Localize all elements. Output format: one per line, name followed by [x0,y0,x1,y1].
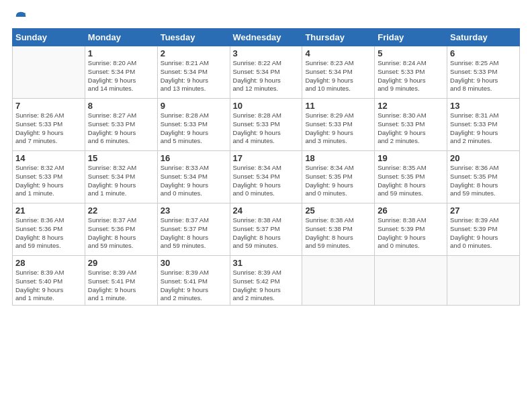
day-number: 31 [233,258,300,268]
day-info: Sunrise: 8:31 AM Sunset: 5:33 PM Dayligh… [450,111,517,146]
day-number: 29 [88,258,154,268]
day-number: 27 [450,205,517,216]
day-info: Sunrise: 8:28 AM Sunset: 5:33 PM Dayligh… [161,111,227,146]
day-number: 25 [305,205,371,216]
day-info: Sunrise: 8:35 AM Sunset: 5:35 PM Dayligh… [378,164,444,198]
calendar-cell: 22Sunrise: 8:37 AM Sunset: 5:36 PM Dayli… [85,203,157,256]
day-number: 2 [161,48,227,58]
day-info: Sunrise: 8:25 AM Sunset: 5:33 PM Dayligh… [450,59,517,93]
weekday-header-monday: Monday [85,29,157,46]
calendar-cell: 25Sunrise: 8:38 AM Sunset: 5:38 PM Dayli… [302,203,375,256]
calendar-cell: 4Sunrise: 8:23 AM Sunset: 5:34 PM Daylig… [302,46,375,99]
calendar-cell: 8Sunrise: 8:27 AM Sunset: 5:33 PM Daylig… [85,99,157,151]
calendar-cell: 20Sunrise: 8:36 AM Sunset: 5:35 PM Dayli… [447,151,520,203]
day-info: Sunrise: 8:32 AM Sunset: 5:33 PM Dayligh… [15,164,82,198]
day-info: Sunrise: 8:33 AM Sunset: 5:34 PM Dayligh… [161,164,227,198]
logo [12,9,28,24]
day-info: Sunrise: 8:29 AM Sunset: 5:33 PM Dayligh… [305,111,371,146]
day-info: Sunrise: 8:21 AM Sunset: 5:34 PM Dayligh… [161,59,227,93]
day-number: 10 [233,101,300,111]
day-number: 24 [233,205,300,216]
day-info: Sunrise: 8:36 AM Sunset: 5:35 PM Dayligh… [450,164,517,198]
weekday-header-row: SundayMondayTuesdayWednesdayThursdayFrid… [13,29,520,46]
weekday-header-saturday: Saturday [447,29,520,46]
day-number: 19 [378,153,444,163]
day-number: 8 [88,101,154,111]
day-number: 21 [15,205,82,216]
calendar-cell [447,256,520,306]
calendar-cell: 27Sunrise: 8:39 AM Sunset: 5:39 PM Dayli… [447,203,520,256]
weekday-header-wednesday: Wednesday [230,29,302,46]
day-info: Sunrise: 8:28 AM Sunset: 5:33 PM Dayligh… [233,111,300,146]
day-info: Sunrise: 8:37 AM Sunset: 5:37 PM Dayligh… [161,216,227,250]
day-info: Sunrise: 8:38 AM Sunset: 5:38 PM Dayligh… [305,216,371,250]
calendar-cell: 28Sunrise: 8:39 AM Sunset: 5:40 PM Dayli… [13,256,85,306]
day-number: 11 [305,101,371,111]
calendar-cell: 31Sunrise: 8:39 AM Sunset: 5:42 PM Dayli… [230,256,302,306]
day-number: 28 [15,258,82,268]
day-number: 5 [378,48,444,58]
day-info: Sunrise: 8:38 AM Sunset: 5:37 PM Dayligh… [233,216,300,250]
calendar-cell: 5Sunrise: 8:24 AM Sunset: 5:33 PM Daylig… [375,46,447,99]
calendar-cell: 23Sunrise: 8:37 AM Sunset: 5:37 PM Dayli… [157,203,230,256]
calendar-week-row-5: 28Sunrise: 8:39 AM Sunset: 5:40 PM Dayli… [13,256,520,306]
calendar-cell: 11Sunrise: 8:29 AM Sunset: 5:33 PM Dayli… [302,99,375,151]
day-number: 17 [233,153,300,163]
day-info: Sunrise: 8:39 AM Sunset: 5:41 PM Dayligh… [161,269,227,303]
calendar-cell: 29Sunrise: 8:39 AM Sunset: 5:41 PM Dayli… [85,256,157,306]
calendar-cell: 21Sunrise: 8:36 AM Sunset: 5:36 PM Dayli… [13,203,85,256]
calendar-week-row-3: 14Sunrise: 8:32 AM Sunset: 5:33 PM Dayli… [13,151,520,203]
day-number: 20 [450,153,517,163]
calendar-cell: 26Sunrise: 8:38 AM Sunset: 5:39 PM Dayli… [375,203,447,256]
day-info: Sunrise: 8:30 AM Sunset: 5:33 PM Dayligh… [378,111,444,146]
calendar-cell: 15Sunrise: 8:32 AM Sunset: 5:34 PM Dayli… [85,151,157,203]
day-info: Sunrise: 8:36 AM Sunset: 5:36 PM Dayligh… [15,216,82,250]
day-number: 26 [378,205,444,216]
day-info: Sunrise: 8:22 AM Sunset: 5:34 PM Dayligh… [233,59,300,93]
calendar-cell: 14Sunrise: 8:32 AM Sunset: 5:33 PM Dayli… [13,151,85,203]
day-info: Sunrise: 8:34 AM Sunset: 5:35 PM Dayligh… [305,164,371,198]
calendar-cell: 18Sunrise: 8:34 AM Sunset: 5:35 PM Dayli… [302,151,375,203]
calendar-cell: 24Sunrise: 8:38 AM Sunset: 5:37 PM Dayli… [230,203,302,256]
day-info: Sunrise: 8:34 AM Sunset: 5:34 PM Dayligh… [233,164,300,198]
calendar-cell: 13Sunrise: 8:31 AM Sunset: 5:33 PM Dayli… [447,99,520,151]
weekday-header-thursday: Thursday [302,29,375,46]
calendar-cell [375,256,447,306]
calendar-cell: 17Sunrise: 8:34 AM Sunset: 5:34 PM Dayli… [230,151,302,203]
page-container: SundayMondayTuesdayWednesdayThursdayFrid… [0,0,532,312]
day-info: Sunrise: 8:23 AM Sunset: 5:34 PM Dayligh… [305,59,371,93]
calendar-week-row-2: 7Sunrise: 8:26 AM Sunset: 5:33 PM Daylig… [13,99,520,151]
day-number: 18 [305,153,371,163]
calendar-week-row-4: 21Sunrise: 8:36 AM Sunset: 5:36 PM Dayli… [13,203,520,256]
calendar-cell: 9Sunrise: 8:28 AM Sunset: 5:33 PM Daylig… [157,99,230,151]
calendar-cell: 16Sunrise: 8:33 AM Sunset: 5:34 PM Dayli… [157,151,230,203]
day-number: 30 [161,258,227,268]
calendar-table: SundayMondayTuesdayWednesdayThursdayFrid… [12,28,520,306]
day-info: Sunrise: 8:39 AM Sunset: 5:40 PM Dayligh… [15,269,82,303]
weekday-header-tuesday: Tuesday [157,29,230,46]
calendar-cell [302,256,375,306]
day-info: Sunrise: 8:38 AM Sunset: 5:39 PM Dayligh… [378,216,444,250]
day-info: Sunrise: 8:39 AM Sunset: 5:42 PM Dayligh… [233,269,300,303]
day-info: Sunrise: 8:26 AM Sunset: 5:33 PM Dayligh… [15,111,82,146]
day-number: 13 [450,101,517,111]
day-number: 15 [88,153,154,163]
calendar-week-row-1: 1Sunrise: 8:20 AM Sunset: 5:34 PM Daylig… [13,46,520,99]
calendar-cell: 19Sunrise: 8:35 AM Sunset: 5:35 PM Dayli… [375,151,447,203]
day-number: 12 [378,101,444,111]
calendar-cell: 3Sunrise: 8:22 AM Sunset: 5:34 PM Daylig… [230,46,302,99]
day-number: 1 [88,48,154,58]
day-number: 23 [161,205,227,216]
day-info: Sunrise: 8:37 AM Sunset: 5:36 PM Dayligh… [88,216,154,250]
day-number: 9 [161,101,227,111]
day-number: 6 [450,48,517,58]
day-info: Sunrise: 8:32 AM Sunset: 5:34 PM Dayligh… [88,164,154,198]
calendar-cell: 7Sunrise: 8:26 AM Sunset: 5:33 PM Daylig… [13,99,85,151]
logo-icon [13,9,28,24]
day-info: Sunrise: 8:20 AM Sunset: 5:34 PM Dayligh… [88,59,154,93]
day-number: 3 [233,48,300,58]
day-number: 14 [15,153,82,163]
weekday-header-sunday: Sunday [13,29,85,46]
calendar-cell: 6Sunrise: 8:25 AM Sunset: 5:33 PM Daylig… [447,46,520,99]
day-info: Sunrise: 8:27 AM Sunset: 5:33 PM Dayligh… [88,111,154,146]
